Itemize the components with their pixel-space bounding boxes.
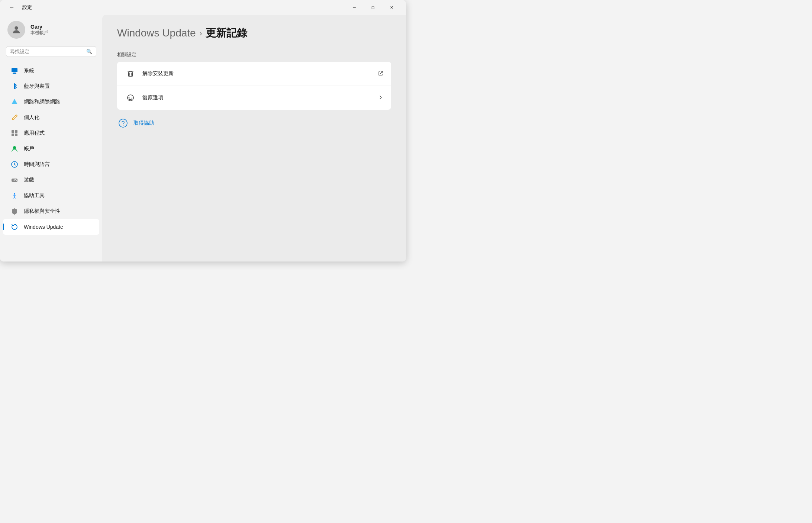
apps-icon xyxy=(10,129,19,137)
sidebar-item-bluetooth[interactable]: 藍牙與裝置 xyxy=(3,78,99,94)
app-title: 設定 xyxy=(22,4,32,11)
sidebar-item-accessibility[interactable]: 協助工具 xyxy=(3,188,99,203)
sidebar-item-accounts-label: 帳戶 xyxy=(24,145,34,152)
uninstall-icon xyxy=(125,68,136,80)
accounts-icon xyxy=(10,145,19,153)
svg-rect-5 xyxy=(12,130,14,133)
svg-rect-1 xyxy=(12,68,17,72)
external-link-icon xyxy=(378,70,384,77)
sidebar-item-privacy[interactable]: 隱私權與安全性 xyxy=(3,203,99,219)
breadcrumb: Windows Update › 更新記錄 xyxy=(117,26,391,40)
svg-point-13 xyxy=(16,180,17,181)
sidebar-item-network[interactable]: 網路和網際網路 xyxy=(3,94,99,110)
bluetooth-icon xyxy=(10,82,19,90)
breadcrumb-current: 更新記錄 xyxy=(206,26,247,40)
svg-point-16 xyxy=(129,97,130,99)
gaming-icon xyxy=(10,176,19,184)
sidebar-item-personalize[interactable]: 個人化 xyxy=(3,110,99,125)
svg-point-17 xyxy=(119,119,127,127)
svg-rect-6 xyxy=(15,130,17,133)
user-section[interactable]: Gary 本機帳戶 xyxy=(0,15,102,46)
breadcrumb-separator: › xyxy=(200,29,202,38)
breadcrumb-parent[interactable]: Windows Update xyxy=(117,27,196,39)
sidebar-item-gaming[interactable]: 遊戲 xyxy=(3,172,99,188)
app-body: Gary 本機帳戶 🔍 系統 xyxy=(0,15,406,262)
accessibility-icon xyxy=(10,192,19,200)
svg-rect-8 xyxy=(15,134,17,136)
sidebar-item-apps[interactable]: 應用程式 xyxy=(3,125,99,141)
search-input[interactable] xyxy=(10,49,83,54)
sidebar-item-accounts[interactable]: 帳戶 xyxy=(3,141,99,157)
svg-marker-4 xyxy=(12,99,17,104)
sidebar-item-update[interactable]: Windows Update xyxy=(3,219,99,235)
svg-rect-2 xyxy=(13,73,16,73)
avatar xyxy=(7,21,25,39)
sidebar-item-bluetooth-label: 藍牙與裝置 xyxy=(24,83,50,90)
minimize-button[interactable]: ─ xyxy=(346,1,363,13)
svg-point-14 xyxy=(14,193,15,194)
sidebar-item-system[interactable]: 系統 xyxy=(3,63,99,78)
svg-point-18 xyxy=(123,125,123,126)
sidebar-item-system-label: 系統 xyxy=(24,67,34,74)
recovery-row[interactable]: 復原選項 xyxy=(117,86,391,110)
time-icon xyxy=(10,160,19,169)
title-bar: ← 設定 ─ □ ✕ xyxy=(0,0,406,15)
main-content: Windows Update › 更新記錄 相關設定 解除安裝更新 xyxy=(102,15,406,262)
search-icon: 🔍 xyxy=(86,49,92,54)
user-name: Gary xyxy=(30,24,48,30)
sidebar-item-time-label: 時間與語言 xyxy=(24,161,50,168)
sidebar-item-gaming-label: 遊戲 xyxy=(24,177,34,183)
system-icon xyxy=(10,67,19,75)
svg-rect-3 xyxy=(13,73,16,74)
svg-point-12 xyxy=(15,179,16,180)
user-info: Gary 本機帳戶 xyxy=(30,24,48,36)
recovery-label: 復原選項 xyxy=(142,94,372,101)
network-icon xyxy=(10,98,19,106)
related-settings-card: 解除安裝更新 復原選項 xyxy=(117,62,391,110)
sidebar-item-apps-label: 應用程式 xyxy=(24,130,45,137)
svg-rect-7 xyxy=(12,134,14,136)
privacy-icon xyxy=(10,207,19,215)
svg-point-0 xyxy=(14,26,18,30)
related-settings-label: 相關設定 xyxy=(117,51,391,58)
window-controls: ─ □ ✕ xyxy=(346,1,400,13)
sidebar-item-privacy-label: 隱私權與安全性 xyxy=(24,208,60,215)
chevron-right-icon xyxy=(378,94,384,102)
update-icon xyxy=(10,223,19,231)
recovery-icon xyxy=(125,92,136,104)
user-icon xyxy=(11,25,22,35)
help-link[interactable]: 取得協助 xyxy=(117,117,391,129)
uninstall-updates-row[interactable]: 解除安裝更新 xyxy=(117,62,391,86)
user-account-type: 本機帳戶 xyxy=(30,30,48,36)
help-icon xyxy=(117,117,129,129)
search-box[interactable]: 🔍 xyxy=(6,46,96,57)
personalize-icon xyxy=(10,113,19,122)
search-container: 🔍 xyxy=(0,46,102,63)
maximize-button[interactable]: □ xyxy=(364,1,381,13)
close-button[interactable]: ✕ xyxy=(383,1,400,13)
sidebar-item-accessibility-label: 協助工具 xyxy=(24,192,45,199)
nav-menu: 系統 藍牙與裝置 網路和網際網路 xyxy=(0,63,102,235)
uninstall-updates-label: 解除安裝更新 xyxy=(142,70,372,77)
sidebar-item-update-label: Windows Update xyxy=(24,224,63,230)
back-button[interactable]: ← xyxy=(6,1,18,13)
sidebar-item-time[interactable]: 時間與語言 xyxy=(3,157,99,172)
sidebar-item-personalize-label: 個人化 xyxy=(24,114,39,121)
help-link-text[interactable]: 取得協助 xyxy=(133,120,154,126)
sidebar-item-network-label: 網路和網際網路 xyxy=(24,99,60,105)
sidebar: Gary 本機帳戶 🔍 系統 xyxy=(0,15,102,262)
title-bar-left: ← 設定 xyxy=(6,1,32,13)
svg-point-9 xyxy=(13,146,16,149)
